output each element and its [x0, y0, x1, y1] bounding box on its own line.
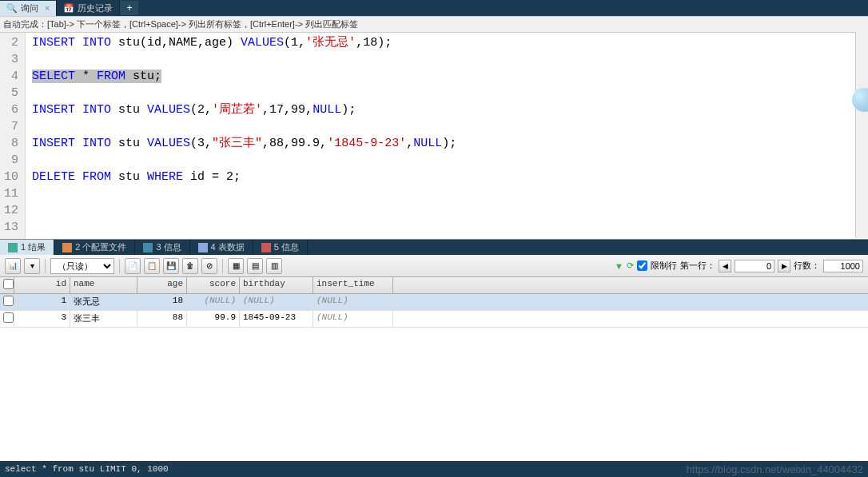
table-row[interactable]: 3张三丰8899.91845-09-23(NULL) [0, 311, 868, 328]
tab-info[interactable]: 3 信息 [135, 240, 189, 255]
rows-label: 行数： [794, 260, 820, 272]
cancel-button[interactable]: ⊘ [201, 258, 217, 274]
tab-query[interactable]: 🔍 询问 × [0, 1, 57, 16]
filter-icon[interactable]: ▼ [615, 261, 623, 271]
rows-input[interactable] [823, 260, 863, 272]
status-query: select * from stu LIMIT 0, 1000 [5, 464, 169, 474]
watermark: https://blog.csdn.net/weixin_44004432 [687, 463, 863, 475]
grid-header: id name age score birthday insert_time [0, 277, 868, 294]
tab-tabledata[interactable]: 4 表数据 [190, 240, 253, 255]
tabledata-icon [198, 243, 208, 252]
new-tab-button[interactable]: + [120, 1, 138, 15]
tab-profiles-label: 2 个配置文件 [75, 241, 126, 253]
history-icon: 📅 [63, 3, 74, 14]
sql-editor[interactable]: 234567891011121314 INSERT INTO stu(id,NA… [0, 33, 868, 239]
limit-checkbox[interactable] [637, 260, 647, 271]
result-icon [8, 243, 18, 252]
insert-row-button[interactable]: 📄 [125, 258, 141, 274]
firstrow-label: 第一行： [680, 260, 715, 272]
table-row[interactable]: 1张无忌18(NULL)(NULL)(NULL) [0, 294, 868, 311]
tab-info2[interactable]: 5 信息 [253, 240, 308, 255]
tab-info2-label: 5 信息 [274, 241, 299, 253]
col-id[interactable]: id [14, 277, 70, 293]
tab-history[interactable]: 📅 历史记录 [57, 1, 120, 16]
row-checkbox[interactable] [3, 312, 14, 323]
result-grid: id name age score birthday insert_time 1… [0, 277, 868, 328]
save-button[interactable]: 💾 [163, 258, 179, 274]
query-icon: 🔍 [6, 3, 18, 14]
tab-tabledata-label: 4 表数据 [211, 241, 245, 253]
info-icon [143, 243, 153, 252]
delete-button[interactable]: 🗑 [182, 258, 198, 274]
offset-input[interactable] [735, 260, 774, 272]
col-score[interactable]: score [187, 277, 240, 293]
next-page-button[interactable]: ▶ [778, 260, 790, 272]
limit-label: 限制行 [651, 260, 677, 272]
close-icon[interactable]: × [45, 3, 50, 13]
dropdown-button[interactable]: ▾ [24, 258, 40, 274]
line-gutter: 234567891011121314 [0, 33, 26, 239]
result-tab-bar: 1 结果 2 个配置文件 3 信息 4 表数据 5 信息 [0, 239, 868, 255]
editor-tab-bar: 🔍 询问 × 📅 历史记录 + [0, 0, 868, 16]
form-view-button[interactable]: ▤ [247, 258, 263, 274]
code-area[interactable]: INSERT INTO stu(id,NAME,age) VALUES(1,'张… [26, 33, 868, 239]
row-checkbox[interactable] [3, 296, 14, 306]
tab-result-label: 1 结果 [21, 241, 46, 253]
col-name[interactable]: name [70, 277, 137, 293]
export-button[interactable]: 📊 [5, 258, 21, 274]
autocomplete-hint: 自动完成：[Tab]-> 下一个标签，[Ctrl+Space]-> 列出所有标签… [0, 16, 868, 33]
tab-result[interactable]: 1 结果 [0, 240, 54, 255]
tab-query-label: 询问 [21, 2, 38, 14]
copy-button[interactable]: 📋 [144, 258, 160, 274]
prev-page-button[interactable]: ◀ [719, 260, 731, 272]
text-view-button[interactable]: ▥ [266, 258, 282, 274]
info2-icon [261, 243, 271, 252]
col-age[interactable]: age [137, 277, 187, 293]
readonly-select[interactable]: （只读） [50, 258, 114, 274]
result-toolbar: 📊 ▾ （只读） 📄 📋 💾 🗑 ⊘ ▦ ▤ ▥ ▼ ⟳ 限制行 第一行： ◀ … [0, 255, 868, 277]
tab-history-label: 历史记录 [78, 2, 113, 14]
col-birthday[interactable]: birthday [240, 277, 313, 293]
profiles-icon [62, 243, 72, 252]
tab-info-label: 3 信息 [156, 241, 181, 253]
editor-scrollbar[interactable] [855, 33, 868, 238]
grid-view-button[interactable]: ▦ [228, 258, 244, 274]
col-insert-time[interactable]: insert_time [313, 277, 393, 293]
select-all-checkbox[interactable] [0, 277, 14, 293]
tab-profiles[interactable]: 2 个配置文件 [54, 240, 135, 255]
refresh-icon[interactable]: ⟳ [627, 260, 634, 271]
